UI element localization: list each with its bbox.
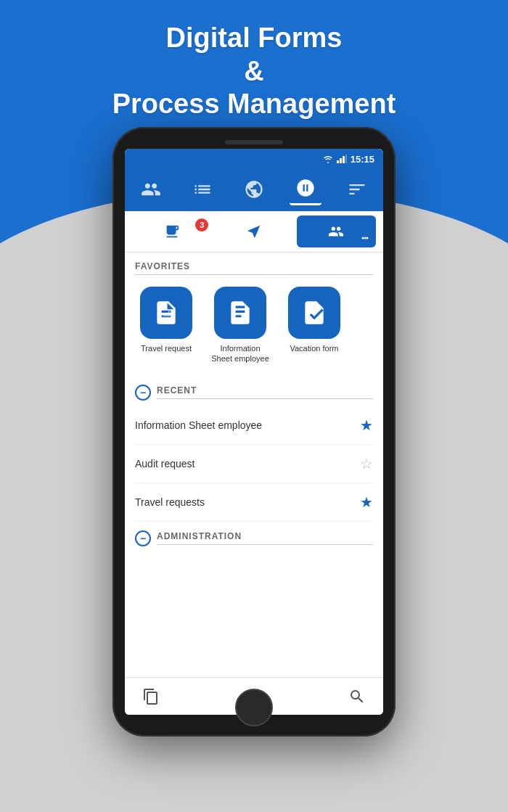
star-icon-audit[interactable]: ☆ xyxy=(360,455,373,472)
tab-people-apps[interactable] xyxy=(297,216,376,247)
fav-icon-info-sheet xyxy=(214,287,266,339)
svg-rect-2 xyxy=(343,156,345,163)
nav-apps[interactable] xyxy=(290,173,321,205)
svg-rect-1 xyxy=(340,158,342,163)
recent-list: Information Sheet employee ★ Audit reque… xyxy=(125,406,383,522)
favorites-grid: Travel request Information Sheet employe… xyxy=(125,281,383,376)
favorites-title: FAVORITES xyxy=(135,261,373,275)
recent-collapse-icon[interactable] xyxy=(135,385,151,401)
fav-item-vacation-form[interactable]: Vacation form xyxy=(283,287,345,364)
header-section: Digital Forms & Process Management xyxy=(0,22,508,121)
tab-badge-notification: 3 xyxy=(195,218,208,231)
recent-section-header: RECENT xyxy=(125,376,383,406)
tab-notification[interactable]: 3 xyxy=(132,216,211,247)
fav-label-vacation-form: Vacation form xyxy=(290,343,338,353)
svg-rect-3 xyxy=(345,155,347,163)
svg-rect-0 xyxy=(337,160,339,163)
main-title: Digital Forms & Process Management xyxy=(0,22,508,121)
nav-globe[interactable] xyxy=(238,173,270,205)
recent-label-info-sheet: Information Sheet employee xyxy=(135,419,262,431)
phone-device: 15:15 xyxy=(112,127,396,737)
signal-icon xyxy=(337,155,347,163)
administration-section-header: ADMINISTRATION xyxy=(125,522,383,552)
admin-collapse-icon[interactable] xyxy=(135,530,151,546)
favorites-section-header: FAVORITES xyxy=(125,253,383,281)
content-area: FAVORITES Travel request xyxy=(125,253,383,677)
fav-icon-travel-request xyxy=(140,287,192,339)
nav-bar xyxy=(125,169,383,211)
administration-title: ADMINISTRATION xyxy=(157,531,373,545)
svg-point-5 xyxy=(364,237,366,239)
recent-item-audit[interactable]: Audit request ☆ xyxy=(135,445,373,483)
recent-label-audit: Audit request xyxy=(135,458,195,469)
wifi-icon xyxy=(323,155,333,163)
status-bar: 15:15 xyxy=(125,149,383,169)
fav-label-info-sheet: Information Sheet employee xyxy=(209,343,271,364)
fav-item-info-sheet[interactable]: Information Sheet employee xyxy=(209,287,271,364)
search-icon-button[interactable] xyxy=(345,685,369,708)
background-wrapper: Digital Forms & Process Management xyxy=(0,0,508,812)
fav-item-travel-request[interactable]: Travel request xyxy=(135,287,197,364)
nav-settings[interactable] xyxy=(341,173,373,205)
copy-icon-button[interactable] xyxy=(139,685,163,708)
bottom-bar xyxy=(125,677,383,715)
star-icon-info-sheet[interactable]: ★ xyxy=(360,417,373,434)
recent-title: RECENT xyxy=(157,385,373,399)
tab-bar: 3 xyxy=(125,211,383,253)
fav-label-travel-request: Travel request xyxy=(141,343,192,353)
time-display: 15:15 xyxy=(351,154,374,165)
fav-icon-vacation-form xyxy=(288,287,340,339)
status-icons: 15:15 xyxy=(323,154,374,165)
phone-screen: 15:15 xyxy=(125,149,383,715)
recent-item-travel[interactable]: Travel requests ★ xyxy=(135,483,373,522)
recent-label-travel: Travel requests xyxy=(135,496,205,508)
nav-list[interactable] xyxy=(187,173,218,205)
recent-item-info-sheet[interactable]: Information Sheet employee ★ xyxy=(135,406,373,445)
tab-bookmark[interactable] xyxy=(214,216,293,247)
star-icon-travel[interactable]: ★ xyxy=(360,493,373,511)
svg-point-4 xyxy=(361,237,364,239)
nav-contacts[interactable] xyxy=(135,173,167,205)
svg-point-6 xyxy=(366,237,368,239)
